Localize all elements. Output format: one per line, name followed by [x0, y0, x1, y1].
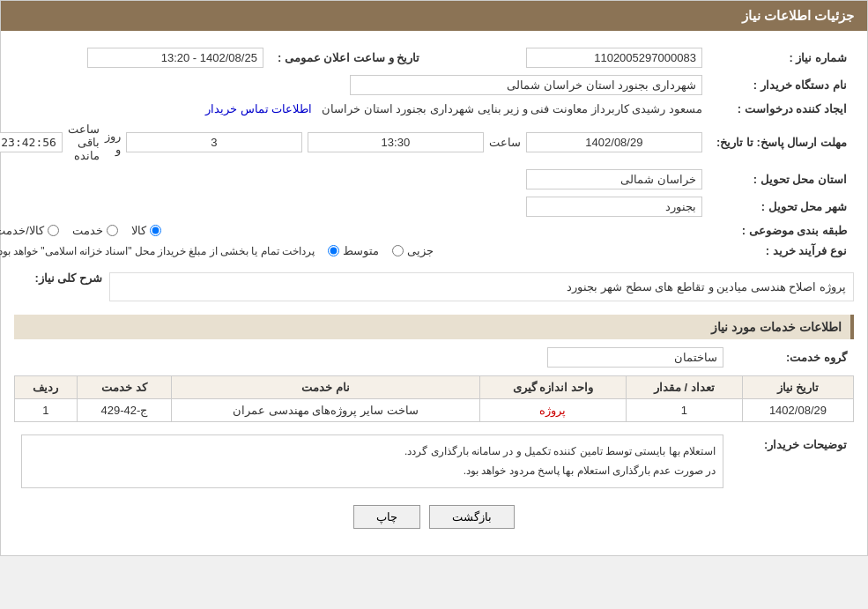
deadline-date: 1402/08/29 — [526, 132, 702, 152]
page-wrapper: جزئیات اطلاعات نیاز شماره نیاز : 1102005… — [0, 0, 868, 556]
deadline-remaining: 23:42:56 — [0, 132, 63, 152]
deadline-row: مهلت ارسال پاسخ: تا تاریخ: 23:42:56 ساعت… — [0, 119, 854, 166]
province-value: خراسان شمالی — [526, 169, 702, 189]
table-row: 1402/08/29 1 پروژه ساخت سایر پروژه‌های م… — [15, 399, 854, 422]
buttons-row: بازگشت چاپ — [14, 505, 854, 542]
buyer-notes-table: توضیحات خریدار: استعلام بها بایستی توسط … — [14, 431, 854, 492]
service-group-label: گروه خدمت: — [731, 344, 854, 371]
buyer-notes-value-cell: استعلام بها بایستی توسط تامین کننده تکمی… — [14, 431, 731, 492]
city-value-cell: بجنورد — [0, 193, 709, 220]
purchase-motavaset-option[interactable]: متوسط — [328, 244, 379, 257]
category-label: طبقه بندی موضوعی : — [709, 220, 854, 241]
service-group-table: گروه خدمت: ساختمان — [14, 344, 854, 371]
province-row: استان محل تحویل : خراسان شمالی — [0, 166, 854, 193]
purchase-jozii-option[interactable]: جزیی — [392, 244, 434, 257]
cell-row-num: 1 — [15, 399, 78, 422]
col-date: تاریخ نیاز — [742, 376, 853, 399]
category-value-cell: کالا/خدمت خدمت کالا — [0, 220, 709, 241]
back-button[interactable]: بازگشت — [429, 505, 515, 529]
purchase-type-value-cell: پرداخت تمام یا بخشی از مبلغ خریداز محل "… — [0, 241, 709, 261]
cell-service-code: ج-42-429 — [77, 399, 171, 422]
category-kala-label: کالا — [131, 224, 146, 237]
city-label: شهر محل تحویل : — [709, 193, 854, 220]
col-unit: واحد اندازه گیری — [479, 376, 626, 399]
buyer-notes-line1: استعلام بها بایستی توسط تامین کننده تکمی… — [29, 442, 716, 462]
cell-unit: پروژه — [479, 399, 626, 422]
service-group-value: ساختمان — [547, 347, 723, 368]
purchase-motavaset-radio[interactable] — [328, 245, 339, 256]
category-kala-khedmat-radio[interactable] — [48, 225, 59, 236]
page-header: جزئیات اطلاعات نیاز — [1, 1, 867, 31]
services-section-title: اطلاعات خدمات مورد نیاز — [14, 315, 854, 339]
services-table-head: تاریخ نیاز تعداد / مقدار واحد اندازه گیر… — [15, 376, 854, 399]
creator-value: مسعود رشیدی کاربرداز معاونت فنی و زیر بن… — [322, 102, 702, 115]
creator-link[interactable]: اطلاعات تماس خریدار — [205, 102, 312, 115]
province-value-cell: خراسان شمالی — [0, 166, 709, 193]
announce-datetime-value-cell: 1402/08/25 - 13:20 — [0, 44, 271, 71]
need-description-row: شرح کلی نیاز: پروژه اصلاح هندسی میادین و… — [14, 268, 854, 306]
deadline-time: 13:30 — [308, 132, 484, 152]
col-quantity: تعداد / مقدار — [626, 376, 742, 399]
category-kala-option[interactable]: کالا — [131, 224, 161, 237]
need-description-label: شرح کلی نیاز: — [14, 268, 102, 285]
cell-service-name: ساخت سایر پروژه‌های مهندسی عمران — [172, 399, 480, 422]
purchase-jozii-label: جزیی — [407, 244, 434, 257]
deadline-remaining-label: ساعت باقی مانده — [68, 123, 100, 162]
deadline-label: مهلت ارسال پاسخ: تا تاریخ: — [709, 119, 854, 166]
page-title: جزئیات اطلاعات نیاز — [742, 8, 854, 23]
services-table-header-row: تاریخ نیاز تعداد / مقدار واحد اندازه گیر… — [15, 376, 854, 399]
purchase-type-options: پرداخت تمام یا بخشی از مبلغ خریداز محل "… — [0, 244, 702, 257]
deadline-value-cell: 23:42:56 ساعت باقی مانده روز و 3 13:30 س… — [0, 119, 709, 166]
deadline-time-label: ساعت — [489, 136, 521, 149]
print-button[interactable]: چاپ — [353, 505, 420, 529]
need-number-row: شماره نیاز : 1102005297000083 تاریخ و سا… — [0, 44, 854, 71]
category-kala-khedmat-label: کالا/خدمت — [0, 224, 44, 237]
buyer-notes-line2: در صورت عدم بارگذاری استعلام بها پاسخ مر… — [29, 462, 716, 481]
category-kala-radio[interactable] — [150, 225, 161, 236]
buyer-notes-label: توضیحات خریدار: — [731, 431, 854, 492]
services-table-body: 1402/08/29 1 پروژه ساخت سایر پروژه‌های م… — [15, 399, 854, 422]
city-value: بجنورد — [526, 197, 702, 217]
purchase-jozii-radio[interactable] — [392, 245, 404, 256]
buyer-notes-content: استعلام بها بایستی توسط تامین کننده تکمی… — [21, 434, 723, 488]
announce-datetime-label: تاریخ و ساعت اعلان عمومی : — [271, 44, 427, 71]
city-row: شهر محل تحویل : بجنورد — [0, 193, 854, 220]
buyer-name-label: نام دستگاه خریدار : — [709, 71, 854, 99]
purchase-type-row: نوع فرآیند خرید : پرداخت تمام یا بخشی از… — [0, 241, 854, 261]
creator-value-cell: مسعود رشیدی کاربرداز معاونت فنی و زیر بن… — [0, 99, 709, 119]
purchase-motavaset-label: متوسط — [343, 244, 379, 257]
info-table: شماره نیاز : 1102005297000083 تاریخ و سا… — [0, 44, 854, 261]
need-description-value: پروژه اصلاح هندسی میادین و تقاطع های سطح… — [567, 280, 846, 293]
need-number-label: شماره نیاز : — [709, 44, 854, 71]
service-group-row: گروه خدمت: ساختمان — [14, 344, 854, 371]
need-number-value: 1102005297000083 — [526, 48, 702, 68]
buyer-name-value-cell: شهرداری بجنورد استان خراسان شمالی — [0, 71, 709, 99]
creator-label: ایجاد کننده درخواست : — [709, 99, 854, 119]
announce-datetime-value: 1402/08/25 - 13:20 — [87, 48, 263, 68]
need-description-section: شرح کلی نیاز: پروژه اصلاح هندسی میادین و… — [14, 268, 854, 306]
col-service-code: کد خدمت — [77, 376, 171, 399]
content-area: شماره نیاز : 1102005297000083 تاریخ و سا… — [1, 31, 867, 555]
service-group-value-cell: ساختمان — [107, 344, 731, 371]
category-khedmat-radio[interactable] — [107, 225, 118, 236]
deadline-day-label: روز و — [105, 130, 121, 156]
services-table: تاریخ نیاز تعداد / مقدار واحد اندازه گیر… — [14, 375, 854, 422]
cell-date: 1402/08/29 — [742, 399, 853, 422]
cell-quantity: 1 — [626, 399, 742, 422]
category-row: طبقه بندی موضوعی : کالا/خدمت خدمت کالا — [0, 220, 854, 241]
category-kala-khedmat-option[interactable]: کالا/خدمت — [0, 224, 59, 237]
province-label: استان محل تحویل : — [709, 166, 854, 193]
deadline-timer-row: 23:42:56 ساعت باقی مانده روز و 3 13:30 س… — [0, 123, 702, 162]
need-description-border: پروژه اصلاح هندسی میادین و تقاطع های سطح… — [109, 272, 854, 301]
buyer-name-row: نام دستگاه خریدار : شهرداری بجنورد استان… — [0, 71, 854, 99]
buyer-name-value: شهرداری بجنورد استان خراسان شمالی — [350, 75, 702, 95]
category-khedmat-label: خدمت — [72, 224, 103, 237]
col-service-name: نام خدمت — [172, 376, 480, 399]
category-khedmat-option[interactable]: خدمت — [72, 224, 118, 237]
deadline-days: 3 — [126, 132, 302, 152]
category-radio-group: کالا/خدمت خدمت کالا — [0, 224, 702, 237]
need-number-value-cell: 1102005297000083 — [427, 44, 709, 71]
purchase-type-label: نوع فرآیند خرید : — [709, 241, 854, 261]
creator-row: ایجاد کننده درخواست : مسعود رشیدی کاربرد… — [0, 99, 854, 119]
purchase-note: پرداخت تمام یا بخشی از مبلغ خریداز محل "… — [0, 245, 315, 257]
